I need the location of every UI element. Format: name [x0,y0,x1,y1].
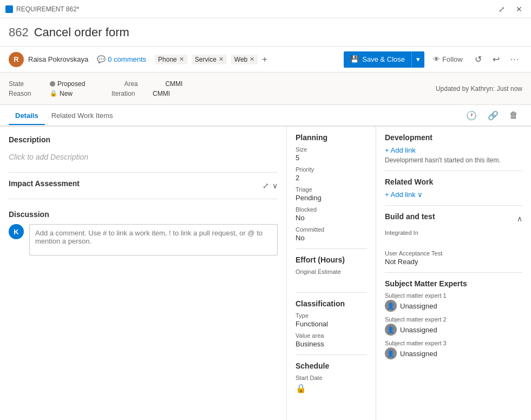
value-area-value[interactable]: Business [296,340,367,348]
reason-value: 🔒 New [50,90,73,97]
expert1-row: 👤 Unassigned [385,300,522,312]
follow-button[interactable]: 👁 Follow [429,53,467,65]
meta-row-reason: Reason 🔒 New Iteration CMMI [9,90,436,97]
tab-related-work-items[interactable]: Related Work Items [45,107,120,125]
title-bar: REQUIREMENT 862* ⤢ ✕ [0,0,531,18]
comments-count: 0 comments [108,55,146,63]
type-label: Type [296,312,367,319]
history-button[interactable]: 🕐 [462,108,481,123]
updated-by: Updated by Kathryn: Just now [436,85,522,93]
save-close-button[interactable]: 💾 Save & Close ▾ [344,51,424,68]
expert3-label: Subject matter expert 3 [385,340,522,346]
undo-button[interactable]: ↩ [489,52,503,67]
impact-title: Impact Assessment [9,179,80,188]
impact-header: Impact Assessment ⤢ ∨ [9,179,278,192]
add-tag-button[interactable]: + [262,55,267,64]
tag-phone-close[interactable]: ✕ [179,56,184,63]
expert1-icon: 👤 [385,300,397,312]
start-date-lock-icon: 🔒 [296,383,367,393]
subject-experts-title: Subject Matter Experts [385,279,522,288]
work-item-number: 862 [9,25,29,40]
discussion-section: Discussion K [9,210,278,255]
title-bar-right: ⤢ ✕ [495,4,526,15]
expert3-value[interactable]: Unassigned [400,350,437,358]
comment-icon: 💬 [97,55,106,63]
start-date-label: Start Date [296,375,367,381]
follow-label: Follow [442,55,463,63]
state-text: Proposed [57,80,85,88]
tag-service-label: Service [195,56,217,63]
size-value[interactable]: 5 [296,154,367,162]
reason-text: New [60,90,73,97]
work-item-title-bar: 862 Cancel order form [0,18,531,47]
avatar: R [9,52,24,67]
expert1-value[interactable]: Unassigned [400,302,437,310]
discussion-input[interactable] [29,224,278,255]
value-area-label: Value area [296,332,367,339]
effort-title: Effort (Hours) [296,255,367,264]
collapse-icon[interactable]: ∨ [272,181,278,190]
tag-service-close[interactable]: ✕ [219,56,224,63]
expand-icon[interactable]: ⤢ [263,181,269,190]
tag-web: Web ✕ [231,55,258,64]
refresh-button[interactable]: ↺ [471,52,485,67]
save-label: Save & Close [362,55,405,63]
iteration-label: Iteration [112,90,144,97]
discussion-title: Discussion [9,210,278,219]
dev-add-link-button[interactable]: + Add link [385,146,416,154]
committed-value[interactable]: No [296,234,367,242]
blocked-value[interactable]: No [296,214,367,222]
build-test-title: Build and test [385,212,435,221]
right-panel: Development + Add link Development hasn'… [376,127,531,420]
uat-label: User Acceptance Test [385,250,522,257]
priority-label: Priority [296,166,367,173]
save-dropdown-arrow[interactable]: ▾ [411,51,424,68]
uat-value[interactable]: Not Ready [385,258,522,266]
original-estimate-label: Original Estimate [296,268,367,275]
more-options-button[interactable]: ··· [507,52,522,67]
related-work-add-link-label: + Add link ∨ [385,191,423,199]
requirement-icon [5,5,13,13]
area-label: Area [124,80,156,88]
middle-panel: Planning Size 5 Priority 2 Triage Pendin… [287,127,376,420]
close-button[interactable]: ✕ [513,4,526,15]
eye-icon: 👁 [433,55,440,63]
related-work-add-link-button[interactable]: + Add link ∨ [385,191,423,199]
tabs-right: 🕐 🔗 🗑 [462,108,522,123]
iteration-value: CMMI [153,90,170,97]
left-panel: Description Click to add Description Imp… [0,127,287,420]
main-content: Description Click to add Description Imp… [0,127,531,420]
type-value[interactable]: Functional [296,320,367,328]
size-label: Size [296,146,367,153]
development-title: Development [385,133,522,142]
priority-value[interactable]: 2 [296,174,367,182]
expert2-label: Subject matter expert 2 [385,316,522,323]
user-name: Raisa Pokrovskaya [28,55,88,63]
tag-web-label: Web [234,56,247,63]
delete-button[interactable]: 🗑 [505,108,522,122]
integrated-in-value[interactable] [385,237,522,246]
planning-title: Planning [296,133,367,142]
discussion-avatar: K [9,224,24,239]
dev-empty-text: Development hasn't started on this item. [385,156,522,164]
discussion-input-row: K [9,224,278,255]
state-dot [50,81,55,87]
triage-label: Triage [296,186,367,193]
committed-label: Committed [296,226,367,233]
expert2-icon: 👤 [385,324,397,336]
triage-value[interactable]: Pending [296,194,367,202]
description-placeholder[interactable]: Click to add Description [9,148,278,166]
schedule-title: Schedule [296,362,367,370]
comments-button[interactable]: 💬 0 comments [93,53,150,65]
save-close-main: 💾 Save & Close [344,51,411,68]
link-button[interactable]: 🔗 [483,108,503,123]
build-test-collapse[interactable]: ∧ [517,214,522,223]
impact-icons: ⤢ ∨ [263,181,278,190]
minimize-button[interactable]: ⤢ [495,4,508,15]
toolbar: R Raisa Pokrovskaya 💬 0 comments Phone ✕… [0,47,531,73]
tab-details[interactable]: Details [9,107,45,125]
original-estimate-value[interactable] [296,276,367,286]
tag-web-close[interactable]: ✕ [250,56,254,63]
expert2-row: 👤 Unassigned [385,324,522,336]
expert2-value[interactable]: Unassigned [400,326,437,334]
